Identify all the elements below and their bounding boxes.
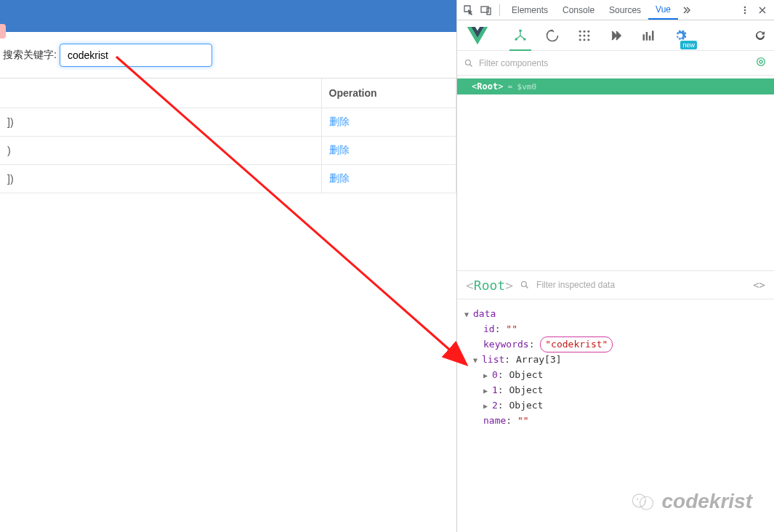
svg-point-4 (744, 12, 746, 14)
svg-point-21 (466, 60, 471, 65)
vue-logo-icon (467, 25, 488, 46)
svg-rect-18 (646, 32, 648, 41)
table-header-operation: Operation (321, 78, 456, 108)
vuex-icon[interactable] (544, 28, 560, 44)
svg-point-27 (637, 499, 638, 500)
table-cell: ]) (0, 164, 321, 193)
svg-point-22 (757, 58, 765, 66)
data-table: Operation ]) 删除 ) 删除 ]) 删除 (0, 78, 456, 193)
components-icon[interactable] (512, 28, 528, 44)
svg-point-24 (522, 282, 527, 287)
tab-vue[interactable]: Vue (648, 0, 678, 20)
svg-point-28 (644, 501, 645, 502)
svg-point-15 (584, 39, 586, 41)
kebab-icon[interactable] (736, 1, 754, 19)
svg-point-10 (587, 30, 589, 32)
select-target-icon[interactable] (755, 56, 767, 70)
close-icon[interactable] (754, 1, 771, 19)
svg-point-12 (584, 34, 586, 36)
svg-point-8 (579, 30, 581, 32)
app-header-bar (0, 0, 456, 32)
svg-point-26 (640, 496, 653, 509)
decor-left-tab (0, 24, 6, 39)
inspector-body: data id: "" keywords: "codekrist" list: … (457, 299, 774, 435)
svg-point-3 (744, 9, 746, 11)
svg-rect-20 (652, 31, 654, 40)
settings-icon[interactable]: new (672, 28, 688, 44)
search-icon (520, 281, 529, 289)
svg-point-5 (519, 29, 522, 32)
perf-icon[interactable] (640, 28, 656, 44)
events-icon[interactable] (576, 28, 592, 44)
svg-point-13 (587, 34, 589, 36)
table-row: ]) 删除 (0, 164, 456, 193)
search-input[interactable] (60, 44, 212, 67)
filter-inspected-input[interactable] (536, 280, 746, 290)
table-cell: ]) (0, 108, 321, 136)
svg-point-11 (579, 34, 581, 36)
svg-point-16 (587, 39, 589, 41)
svg-rect-19 (649, 36, 651, 41)
tab-console[interactable]: Console (555, 0, 602, 20)
inspected-component-name: <Root> (466, 278, 513, 293)
delete-link[interactable]: 删除 (329, 116, 350, 127)
table-row: ]) 删除 (0, 108, 456, 136)
search-icon (464, 59, 473, 68)
svg-point-9 (584, 30, 586, 32)
routing-icon[interactable] (608, 28, 624, 44)
filter-components-input[interactable] (479, 58, 749, 68)
delete-link[interactable]: 删除 (329, 172, 350, 184)
select-in-editor-icon[interactable]: <> (753, 279, 765, 291)
table-header-col1 (0, 78, 321, 108)
svg-point-2 (744, 6, 746, 8)
svg-point-14 (579, 39, 581, 41)
svg-rect-17 (643, 34, 645, 40)
device-icon[interactable] (477, 1, 495, 19)
svg-point-25 (632, 494, 645, 507)
more-tabs-icon[interactable] (678, 1, 696, 19)
component-root-row[interactable]: <Root> = $vm0 (457, 78, 774, 94)
table-cell: ) (0, 136, 321, 164)
watermark: codekrist (630, 488, 753, 515)
tab-sources[interactable]: Sources (602, 0, 648, 20)
refresh-icon[interactable] (752, 28, 768, 44)
delete-link[interactable]: 删除 (329, 144, 350, 156)
new-badge: new (680, 41, 697, 49)
vm-ref-label: = $vm0 (507, 82, 536, 92)
tab-elements[interactable]: Elements (504, 0, 555, 20)
inspect-icon[interactable] (460, 1, 477, 19)
svg-point-23 (759, 60, 762, 63)
search-label: 搜索关键字: (3, 49, 57, 62)
table-row: ) 删除 (0, 136, 456, 164)
